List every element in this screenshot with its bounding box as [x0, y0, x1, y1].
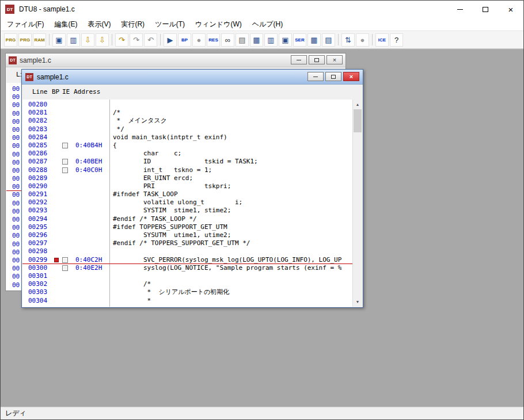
column-header-line: Line — [32, 85, 48, 99]
code-row[interactable]: 00304 * — [22, 297, 352, 305]
vertical-scrollbar[interactable]: ▲ ▼ — [352, 100, 362, 307]
source-window-close-button[interactable]: × — [343, 72, 359, 81]
menu-edit[interactable]: 編集(E) — [49, 18, 82, 31]
ie-checkbox[interactable] — [62, 159, 68, 165]
scroll-up-button[interactable]: ▲ — [353, 100, 362, 109]
dump-window-button[interactable]: ▥ — [67, 33, 80, 47]
code-row[interactable]: 00298 — [22, 247, 352, 255]
code-row[interactable]: 00281/* — [22, 109, 352, 117]
menu-run[interactable]: 実行(R) — [116, 18, 150, 31]
column-header-bp: BP — [52, 85, 59, 99]
code-row[interactable]: 00296 SYSUTM utime1, utime2; — [22, 231, 352, 239]
code-row[interactable]: 002880:40C0H int_t tskno = 1; — [22, 166, 352, 174]
source-window-title-bar[interactable]: DT sample1.c × — [22, 70, 363, 85]
toolbar: PRGPRGRAM▣▥⇩⇩↷↷↶▶BP●RES∞▤▦▥▣SER▦▤⇅●ICE? — [1, 30, 523, 49]
line-number: 00289 — [28, 174, 47, 182]
toolbar-separator — [49, 34, 50, 45]
help-button[interactable]: ? — [390, 33, 403, 47]
breakpoint-button[interactable]: BP — [178, 33, 191, 47]
list-window-button[interactable]: ▤ — [322, 33, 335, 47]
step-over-button[interactable]: ↷ — [130, 33, 143, 47]
go-button[interactable]: ▶ — [164, 33, 177, 47]
code-row[interactable]: 00284void main_task(intptr_t exinf) — [22, 133, 352, 142]
menu-tools[interactable]: ツール(T) — [150, 18, 190, 31]
watch-button[interactable]: ∞ — [221, 33, 234, 47]
minimize-icon — [457, 9, 463, 10]
step-into-button[interactable]: ↷ — [115, 33, 128, 47]
line-number: 00304 — [28, 297, 47, 305]
menu-window[interactable]: ウィンドウ(W) — [190, 18, 247, 31]
code-row[interactable]: 00283 */ — [22, 125, 352, 133]
code-row[interactable]: 00286 char c; — [22, 150, 352, 158]
stop-button[interactable]: ● — [192, 33, 206, 47]
code-row[interactable]: 003000:40E2H syslog(LOG_NOTICE, "Sample … — [22, 264, 352, 272]
back-window-minimize-button[interactable] — [291, 55, 307, 64]
io-window-button[interactable]: ▣ — [279, 33, 292, 47]
prg-read-button[interactable]: PRG — [4, 33, 17, 47]
window-title: DTU8 - sample1.c — [19, 5, 75, 13]
scroll-down-button[interactable]: ▼ — [353, 297, 362, 307]
source-window-controls: × — [306, 72, 359, 81]
line-number: 00296 — [28, 231, 47, 239]
scrollbar-thumb[interactable] — [354, 109, 362, 132]
source-window-minimize-button[interactable] — [307, 72, 324, 81]
code-text: */ — [113, 125, 352, 133]
ie-checkbox[interactable] — [62, 265, 68, 271]
print-button[interactable]: ▤ — [236, 33, 249, 47]
address: 0:40BEH — [75, 158, 102, 166]
reset-button[interactable]: RES — [207, 33, 220, 47]
code-row[interactable]: 00303 * シリアルポートの初期化 — [22, 288, 352, 296]
code-row[interactable]: 002870:40BEH ID tskid = TASK1; — [22, 158, 352, 166]
code-row[interactable]: 002990:40C2H SVC_PERROR(syslog_msk_log(L… — [22, 256, 352, 264]
close-button[interactable]: × — [498, 1, 523, 18]
source-content: 0028000281/*00282 * メインタスク00283 */00284v… — [22, 100, 362, 307]
menu-bar: ファイル(F)編集(E)表示(V)実行(R)ツール(T)ウィンドウ(W)ヘルプ(… — [1, 18, 523, 30]
ie-checkbox[interactable] — [62, 167, 68, 173]
maximize-button[interactable] — [473, 1, 498, 18]
code-text: SVC_PERROR(syslog_msk_log(LOG_UPTO(LOG_I… — [113, 256, 352, 264]
menu-file[interactable]: ファイル(F) — [2, 18, 49, 31]
memory-window-button[interactable]: ▦ — [250, 33, 263, 47]
code-row[interactable]: 00282 * メインタスク — [22, 117, 352, 125]
download-button[interactable]: ⇩ — [81, 33, 94, 47]
ie-checkbox[interactable] — [62, 257, 68, 263]
register-window-button[interactable]: ▥ — [264, 33, 278, 47]
line-number: 00282 — [28, 117, 47, 125]
code-text: * メインタスク — [113, 117, 352, 125]
code-row[interactable]: 00291#ifndef TASK_LOOP — [22, 190, 352, 198]
code-row[interactable]: 00290 PRI tskpri; — [22, 182, 352, 190]
code-text: #ifdef TOPPERS_SUPPORT_GET_UTM — [113, 223, 352, 231]
back-window-maximize-button[interactable] — [309, 55, 325, 64]
code-row[interactable]: 00301 — [22, 272, 352, 280]
line-number: 00302 — [28, 280, 47, 288]
sync-button[interactable]: ⇅ — [341, 33, 355, 47]
code-row[interactable]: 00295#ifdef TOPPERS_SUPPORT_GET_UTM — [22, 223, 352, 231]
ice-button[interactable]: ICE — [375, 33, 389, 47]
serial-window-button[interactable]: SER — [293, 33, 306, 47]
code-row[interactable]: 002850:40B4H{ — [22, 142, 352, 150]
menu-view[interactable]: 表示(V) — [82, 18, 116, 31]
source-window[interactable]: DT sample1.c × Line BP IE Address 002800… — [21, 69, 363, 308]
ie-checkbox[interactable] — [62, 143, 68, 148]
code-row[interactable]: 00293 SYSTIM stime1, stime2; — [22, 207, 352, 215]
trace-window-button[interactable]: ▦ — [307, 33, 321, 47]
upload-button[interactable]: ⇩ — [96, 33, 109, 47]
step-out-button[interactable]: ↶ — [144, 33, 157, 47]
stop-secondary-button[interactable]: ● — [356, 33, 369, 47]
code-row[interactable]: 00280 — [22, 101, 352, 109]
code-row[interactable]: 00294#endif /* TASK_LOOP */ — [22, 215, 352, 223]
source-window-maximize-button[interactable] — [325, 72, 341, 81]
code-row[interactable]: 00297#endif /* TOPPERS_SUPPORT_GET_UTM *… — [22, 239, 352, 247]
breakpoint-marker[interactable] — [54, 258, 59, 262]
minimize-button[interactable] — [447, 1, 473, 18]
code-row[interactable]: 00289 ER_UINT ercd; — [22, 174, 352, 182]
toolbar-separator — [112, 34, 112, 45]
back-window-title-bar[interactable]: DT sample1.c × — [6, 54, 345, 67]
menu-help[interactable]: ヘルプ(H) — [247, 18, 288, 31]
code-row[interactable]: 00292 volatile ulong_t i; — [22, 198, 352, 207]
source-window-button[interactable]: ▣ — [52, 33, 66, 47]
prg-write-button[interactable]: PRG — [18, 33, 32, 47]
code-row[interactable]: 00302 /* — [22, 280, 352, 288]
ram-monitor-button[interactable]: RAM — [33, 33, 46, 47]
back-window-close-button[interactable]: × — [326, 55, 343, 64]
